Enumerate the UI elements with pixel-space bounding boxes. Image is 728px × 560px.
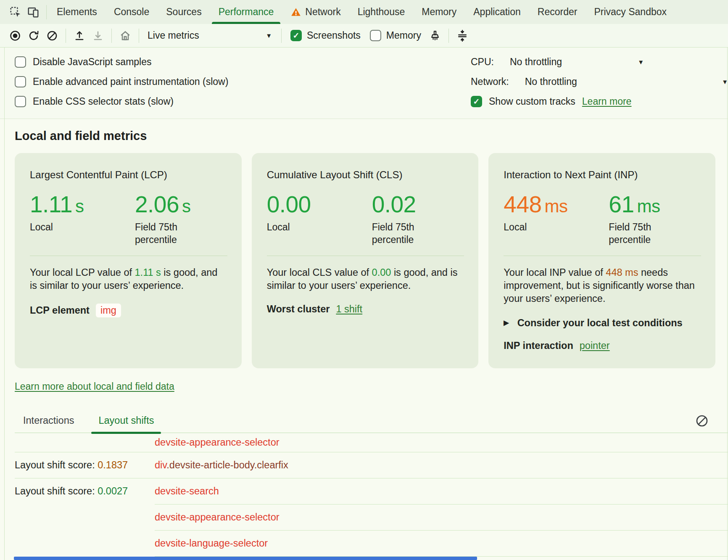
worst-cluster-link[interactable]: 1 shift [336, 304, 362, 315]
chevron-down-icon: ▼ [638, 59, 644, 65]
metric-description: Your local INP value of 448 ms needs imp… [504, 266, 701, 306]
show-custom-tracks-checkbox[interactable]: ✓ Show custom tracks Learn more [471, 92, 728, 111]
clear-icon[interactable] [43, 27, 61, 45]
inp-interaction-label: INP interaction [504, 340, 573, 351]
lcp-element-link[interactable]: img [96, 304, 121, 317]
history-select[interactable]: Live metrics ▼ [143, 27, 277, 45]
layout-shift-row: devsite-appearance-selector [15, 505, 728, 530]
live-metrics-home-icon[interactable] [116, 27, 135, 45]
tab-interactions[interactable]: Interactions [23, 415, 74, 426]
page-title: Local and field metrics [15, 129, 728, 143]
inp-card: Interaction to Next Paint (INP) 448ms Lo… [488, 153, 715, 368]
checkbox-unchecked-icon [15, 56, 26, 68]
chevron-down-icon: ▼ [266, 32, 272, 39]
divider [66, 29, 66, 43]
tab-application[interactable]: Application [473, 0, 521, 24]
save-profile-icon[interactable] [89, 27, 107, 45]
performance-toolbar: Live metrics ▼ ✓ Screenshots Memory [0, 24, 728, 48]
tab-sources[interactable]: Sources [166, 0, 201, 24]
load-profile-icon[interactable] [70, 27, 89, 45]
clear-log-icon[interactable] [694, 413, 710, 428]
tab-privacy-sandbox[interactable]: Privacy Sandbox [594, 0, 667, 24]
worst-cluster-label: Worst cluster [267, 304, 330, 315]
metric-description: Your local LCP value of 1.11 s is good, … [30, 266, 227, 293]
live-metrics-log: Interactions Layout shifts devsite-appea… [15, 415, 728, 560]
shifted-element-link[interactable]: devsite-language-selector [155, 538, 268, 549]
tab-elements[interactable]: Elements [57, 0, 97, 24]
divider [281, 29, 282, 43]
memory-checkbox[interactable]: Memory [370, 30, 421, 41]
field-value-block: 61ms Field 75th percentile [609, 191, 701, 246]
local-value-block: 1.11s Local [30, 191, 135, 246]
checkbox-unchecked-icon [370, 30, 381, 41]
local-value-block: 0.00 Local [267, 191, 372, 246]
network-throttling-select[interactable]: Network: No throttling ▼ [471, 72, 728, 92]
tab-layout-shifts[interactable]: Layout shifts [98, 415, 154, 426]
garbage-collect-brush-icon[interactable] [426, 27, 444, 45]
shifted-element-link[interactable]: devsite-search [155, 486, 219, 497]
layout-shift-row: devsite-appearance-selector [15, 433, 728, 452]
device-toolbar-icon[interactable] [24, 3, 42, 21]
cls-card: Cumulative Layout Shift (CLS) 0.00 Local… [252, 153, 479, 368]
tab-network[interactable]: Network [290, 0, 340, 24]
shifted-element-link[interactable]: devsite-appearance-selector [155, 437, 280, 448]
metric-description: Your local CLS value of 0.00 is good, an… [267, 266, 464, 293]
divider [111, 29, 112, 43]
devtools-window: { "colors": { "accent_green": "#187a33",… [0, 0, 728, 560]
selected-row-highlight [14, 557, 477, 560]
divider [448, 29, 449, 43]
panel-edge-line [4, 48, 5, 560]
field-data-learn-more-link[interactable]: Learn more about local and field data [15, 381, 174, 392]
tab-console[interactable]: Console [114, 0, 149, 24]
consider-local-conditions-expander[interactable]: ▶ Consider your local test conditions [504, 317, 701, 329]
custom-tracks-learn-more-link[interactable]: Learn more [582, 96, 632, 107]
lcp-card: Largest Contentful Paint (LCP) 1.11s Loc… [15, 153, 242, 368]
panel-edge-line [727, 48, 728, 560]
shifted-element-link[interactable]: devsite-appearance-selector [155, 512, 280, 523]
reload-record-icon[interactable] [24, 27, 43, 45]
inp-interaction-link[interactable]: pointer [580, 340, 610, 351]
checkbox-checked-icon: ✓ [290, 30, 302, 41]
layout-shift-score: 0.0027 [98, 486, 128, 497]
capture-settings: Disable JavaScript samples Enable advanc… [0, 48, 728, 119]
capture-settings-right: CPU: No throttling ▼ Network: No throttl… [471, 52, 728, 111]
devtools-tabbar: Elements Console Sources Performance Net… [0, 0, 728, 24]
expand-arrow-icon: ▶ [504, 320, 509, 326]
field-value-block: 0.02 Field 75th percentile [372, 191, 464, 246]
warning-icon [290, 7, 301, 18]
record-icon[interactable] [6, 27, 24, 45]
card-title: Cumulative Layout Shift (CLS) [267, 169, 464, 181]
screenshots-checkbox[interactable]: ✓ Screenshots [290, 30, 361, 41]
checkbox-checked-icon: ✓ [471, 96, 482, 107]
layout-shift-row: devsite-language-selector [15, 531, 728, 556]
inspect-element-icon[interactable] [7, 3, 24, 21]
layout-shift-score: 0.1837 [98, 460, 128, 470]
shifted-element-link[interactable]: div.devsite-article-body.clearfix [155, 460, 288, 471]
live-metrics-view: Local and field metrics Largest Contentf… [0, 129, 728, 560]
metric-cards: Largest Contentful Paint (LCP) 1.11s Loc… [15, 153, 715, 368]
tab-memory[interactable]: Memory [422, 0, 456, 24]
divider [30, 256, 227, 256]
divider [139, 29, 139, 43]
card-title: Largest Contentful Paint (LCP) [30, 169, 227, 181]
divider [504, 256, 701, 256]
lcp-element-label: LCP element [30, 305, 90, 316]
layout-shift-row: Layout shift score: 0.1837 div.devsite-a… [15, 452, 728, 478]
tab-lighthouse[interactable]: Lighthouse [358, 0, 405, 24]
collapse-sections-icon[interactable] [453, 27, 472, 45]
checkbox-unchecked-icon [15, 76, 26, 87]
panel-tabs: Elements Console Sources Performance Net… [57, 0, 667, 24]
log-tabs: Interactions Layout shifts [15, 415, 728, 433]
divider [267, 256, 464, 256]
layout-shift-row: Layout shift score: 0.0027 devsite-searc… [15, 478, 728, 504]
card-title: Interaction to Next Paint (INP) [504, 169, 701, 181]
checkbox-unchecked-icon [15, 96, 26, 107]
field-value-block: 2.06s Field 75th percentile [135, 191, 227, 246]
divider [46, 5, 47, 19]
local-value-block: 448ms Local [504, 191, 609, 246]
cpu-throttling-select[interactable]: CPU: No throttling ▼ [471, 52, 644, 72]
tab-recorder[interactable]: Recorder [538, 0, 578, 24]
tab-performance[interactable]: Performance [219, 0, 274, 24]
